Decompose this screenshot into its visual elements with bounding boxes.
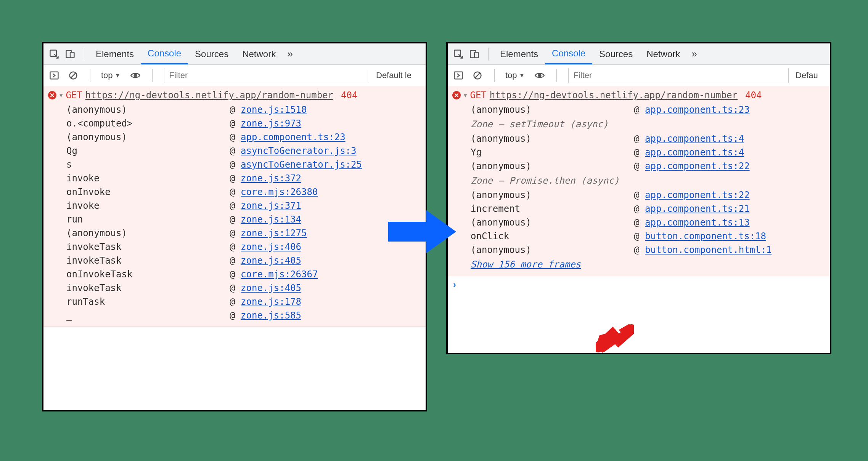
expand-toggle-icon[interactable]: ▼ (464, 92, 467, 98)
filter-input[interactable] (568, 68, 789, 83)
sidebar-toggle-icon[interactable] (452, 69, 465, 82)
request-url[interactable]: https://ng-devtools.netlify.app/random-n… (85, 90, 333, 101)
source-link[interactable]: button.component.html:1 (645, 245, 772, 255)
source-link[interactable]: zone.js:372 (241, 173, 301, 184)
tabs-overflow-icon[interactable]: » (283, 48, 297, 60)
error-message[interactable]: ▼ GET https://ng-devtools.netlify.app/ra… (448, 88, 830, 101)
frame-location: @ app.component.ts:4 (634, 147, 830, 158)
source-link[interactable]: asyncToGenerator.js:3 (241, 146, 356, 156)
source-link[interactable]: app.component.ts:22 (645, 190, 750, 200)
frame-location: @ zone.js:585 (230, 310, 426, 321)
frame-function: runTask (66, 296, 230, 307)
source-link[interactable]: zone.js:973 (241, 118, 301, 129)
frame-location: @ zone.js:973 (230, 118, 426, 129)
stack-frame: (anonymous)@ app.component.ts:4 (471, 132, 830, 146)
frame-location: @ zone.js:178 (230, 296, 426, 307)
device-toggle-icon[interactable] (468, 47, 481, 61)
async-zone-label: Zone — setTimeout (async) (471, 117, 830, 132)
request-url[interactable]: https://ng-devtools.netlify.app/random-n… (490, 90, 738, 101)
frame-function: (anonymous) (471, 133, 634, 144)
sidebar-toggle-icon[interactable] (47, 69, 61, 82)
source-link[interactable]: app.component.ts:23 (241, 132, 346, 142)
async-zone-label: Zone — Promise.then (async) (471, 173, 830, 188)
context-selector[interactable]: top ▼ (502, 70, 527, 80)
source-link[interactable]: core.mjs:26380 (241, 187, 318, 197)
tab-elements[interactable]: Elements (89, 43, 141, 64)
context-selector[interactable]: top ▼ (98, 70, 123, 80)
devtools-panel-right: Elements Console Sources Network » top ▼ (446, 42, 831, 354)
frame-function: onClick (471, 231, 634, 242)
frame-function: run (66, 214, 230, 225)
source-link[interactable]: zone.js:405 (241, 283, 301, 293)
tab-console[interactable]: Console (545, 43, 592, 64)
divider (90, 69, 90, 82)
tabs-overflow-icon[interactable]: » (687, 48, 701, 60)
source-link[interactable]: app.component.ts:13 (645, 217, 750, 228)
source-link[interactable]: asyncToGenerator.js:25 (241, 159, 362, 170)
source-link[interactable]: zone.js:1275 (241, 228, 307, 239)
tab-sources[interactable]: Sources (188, 43, 235, 64)
stack-frame: Yg@ app.component.ts:4 (471, 146, 830, 159)
source-link[interactable]: zone.js:585 (241, 310, 301, 321)
frame-location: @ app.component.ts:13 (634, 217, 830, 228)
frame-function: invoke (66, 173, 230, 184)
svg-point-11 (538, 74, 541, 77)
console-toolbar: top ▼ Default le (43, 65, 426, 86)
live-expression-icon[interactable] (533, 69, 547, 82)
inspect-icon[interactable] (452, 47, 465, 61)
tab-network[interactable]: Network (235, 43, 283, 64)
clear-console-icon[interactable] (66, 69, 80, 82)
divider (488, 48, 489, 61)
frame-function: (anonymous) (471, 161, 634, 171)
expand-toggle-icon[interactable]: ▼ (59, 92, 63, 98)
http-method: GET (66, 90, 82, 101)
log-level-selector[interactable]: Default le (376, 70, 422, 80)
live-expression-icon[interactable] (129, 69, 142, 82)
frame-location: @ zone.js:406 (230, 242, 426, 252)
stack-frame: (anonymous)@ zone.js:1275 (66, 226, 426, 240)
source-link[interactable]: zone.js:1518 (241, 104, 307, 115)
frame-location: @ app.component.ts:23 (634, 104, 830, 115)
divider (556, 69, 557, 82)
clear-console-icon[interactable] (471, 69, 484, 82)
source-link[interactable]: app.component.ts:23 (645, 104, 750, 115)
source-link[interactable]: app.component.ts:4 (645, 133, 744, 144)
device-toggle-icon[interactable] (63, 47, 77, 61)
source-link[interactable]: zone.js:405 (241, 255, 301, 266)
filter-input[interactable] (164, 68, 369, 83)
source-link[interactable]: zone.js:371 (241, 200, 301, 211)
context-label: top (505, 70, 517, 80)
inspect-icon[interactable] (47, 47, 61, 61)
error-message[interactable]: ▼ GET https://ng-devtools.netlify.app/ra… (43, 88, 426, 101)
console-prompt[interactable]: › (448, 276, 830, 293)
tab-console[interactable]: Console (141, 43, 188, 64)
frame-location: @ app.component.ts:22 (634, 190, 830, 200)
source-link[interactable]: zone.js:178 (241, 296, 301, 307)
devtools-panel-left: Elements Console Sources Network » top ▼ (42, 42, 427, 411)
source-link[interactable]: core.mjs:26367 (241, 269, 318, 280)
source-link[interactable]: app.component.ts:22 (645, 161, 750, 171)
source-link[interactable]: app.component.ts:4 (645, 147, 744, 158)
stack-frame: invoke@ zone.js:372 (66, 171, 426, 185)
tab-elements[interactable]: Elements (493, 43, 545, 64)
http-status: 404 (341, 90, 357, 101)
stack-frame: increment@ app.component.ts:21 (471, 202, 830, 216)
frame-location: @ button.component.ts:18 (634, 231, 830, 242)
tab-sources[interactable]: Sources (592, 43, 640, 64)
source-link[interactable]: zone.js:406 (241, 242, 301, 252)
error-icon (48, 91, 56, 99)
tab-network[interactable]: Network (640, 43, 687, 64)
show-more-frames[interactable]: Show 156 more frames (471, 257, 830, 272)
source-link[interactable]: zone.js:134 (241, 214, 301, 225)
stack-trace: (anonymous)@ zone.js:1518o.<computed>@ z… (43, 101, 426, 324)
divider (494, 69, 495, 82)
stack-frame: onClick@ button.component.ts:18 (471, 229, 830, 243)
source-link[interactable]: app.component.ts:21 (645, 203, 750, 214)
context-label: top (101, 70, 113, 80)
log-level-selector[interactable]: Defau (796, 70, 826, 80)
source-link[interactable]: button.component.ts:18 (645, 231, 766, 242)
svg-rect-8 (474, 52, 479, 58)
frame-function: Yg (471, 147, 634, 158)
frame-function: Qg (66, 146, 230, 156)
frame-location: @ app.component.ts:4 (634, 133, 830, 144)
